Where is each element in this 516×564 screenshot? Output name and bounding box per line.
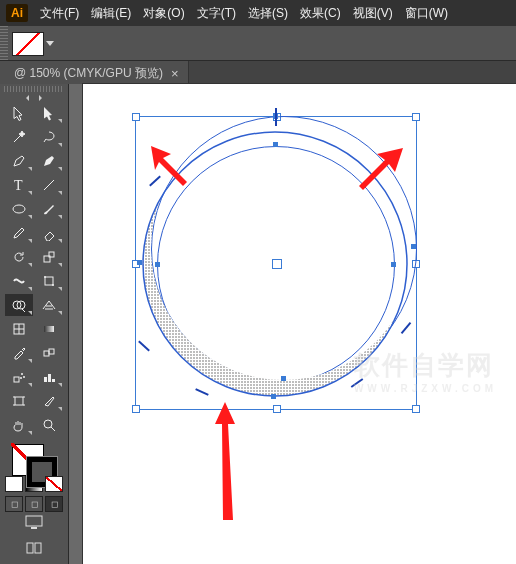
selection-tool[interactable]: [5, 102, 33, 124]
annotation-arrow-nw: [143, 138, 203, 198]
zoom-tool[interactable]: [35, 414, 63, 436]
tools-collapse-icon[interactable]: [4, 94, 64, 103]
svg-rect-25: [31, 527, 37, 529]
anchor-point[interactable]: [137, 260, 142, 265]
shape-builder-tool[interactable]: [5, 294, 33, 316]
scale-tool[interactable]: [35, 246, 63, 268]
menu-type[interactable]: 文字(T): [197, 5, 236, 22]
options-grip[interactable]: [0, 26, 8, 60]
document-tab-bar: @ 150% (CMYK/GPU 预览) ×: [0, 61, 516, 85]
ring-tick: [275, 108, 277, 126]
svg-marker-35: [151, 146, 187, 186]
svg-rect-19: [48, 374, 51, 382]
svg-rect-21: [15, 397, 23, 405]
svg-rect-26: [27, 543, 33, 553]
watermark-line2: WWW.RJZXW.COM: [354, 383, 497, 394]
svg-text:T: T: [14, 178, 23, 193]
color-mode-none[interactable]: [45, 476, 63, 492]
line-segment-tool[interactable]: [35, 174, 63, 196]
draw-behind[interactable]: ◻: [25, 496, 43, 512]
svg-rect-18: [44, 377, 47, 382]
menu-object[interactable]: 对象(O): [143, 5, 184, 22]
workspace: T: [0, 84, 516, 564]
artboard[interactable]: 软件自学网 WWW.RJZXW.COM: [83, 84, 516, 564]
edit-toolbar-icon[interactable]: [22, 538, 46, 558]
svg-rect-14: [14, 377, 19, 382]
menu-edit[interactable]: 编辑(E): [91, 5, 131, 22]
app-logo: Ai: [6, 4, 28, 22]
svg-point-17: [20, 377, 22, 379]
type-tool[interactable]: T: [5, 174, 33, 196]
fill-swatch[interactable]: [12, 32, 44, 56]
canvas-area[interactable]: 软件自学网 WWW.RJZXW.COM: [69, 84, 516, 564]
color-mode-solid[interactable]: [5, 476, 23, 492]
svg-point-6: [44, 276, 46, 278]
direct-select-tool[interactable]: [35, 102, 63, 124]
anchor-point[interactable]: [271, 394, 276, 399]
options-bar: [0, 26, 516, 61]
curvature-tool[interactable]: [35, 150, 63, 172]
close-tab-icon[interactable]: ×: [171, 67, 179, 80]
svg-rect-5: [45, 277, 53, 285]
menu-select[interactable]: 选择(S): [248, 5, 288, 22]
symbol-sprayer-tool[interactable]: [5, 366, 33, 388]
anchor-point[interactable]: [155, 262, 160, 267]
menu-bar: Ai 文件(F) 编辑(E) 对象(O) 文字(T) 选择(S) 效果(C) 视…: [0, 0, 516, 26]
document-tab[interactable]: @ 150% (CMYK/GPU 预览) ×: [0, 61, 189, 85]
eraser-tool[interactable]: [35, 222, 63, 244]
tools-panel: T: [0, 84, 69, 564]
ellipse-tool[interactable]: [5, 198, 33, 220]
svg-line-23: [51, 427, 55, 431]
eyedropper-tool[interactable]: [5, 342, 33, 364]
width-tool[interactable]: [5, 270, 33, 292]
menu-file[interactable]: 文件(F): [40, 5, 79, 22]
lasso-tool[interactable]: [35, 126, 63, 148]
anchor-point[interactable]: [273, 142, 278, 147]
anchor-point[interactable]: [391, 262, 396, 267]
gradient-tool[interactable]: [35, 318, 63, 340]
svg-marker-36: [359, 148, 403, 190]
pencil-tool[interactable]: [5, 222, 33, 244]
watermark: 软件自学网 WWW.RJZXW.COM: [354, 348, 497, 394]
free-transform-tool[interactable]: [35, 270, 63, 292]
svg-point-2: [13, 205, 25, 213]
svg-rect-20: [52, 379, 55, 382]
svg-point-15: [21, 373, 23, 375]
paintbrush-tool[interactable]: [35, 198, 63, 220]
artboard-tool[interactable]: [5, 390, 33, 412]
tools-grip[interactable]: [4, 86, 64, 92]
blend-tool[interactable]: [35, 342, 63, 364]
column-graph-tool[interactable]: [35, 366, 63, 388]
pen-tool[interactable]: [5, 150, 33, 172]
menu-window[interactable]: 窗口(W): [405, 5, 448, 22]
anchor-point[interactable]: [281, 376, 286, 381]
mesh-tool[interactable]: [5, 318, 33, 340]
svg-point-7: [52, 284, 54, 286]
svg-point-16: [23, 376, 25, 378]
menu-view[interactable]: 视图(V): [353, 5, 393, 22]
watermark-line1: 软件自学网: [354, 350, 494, 380]
hand-tool[interactable]: [5, 414, 33, 436]
svg-rect-12: [44, 351, 49, 356]
fill-swatch-dropdown-icon[interactable]: [46, 41, 54, 46]
magic-wand-tool[interactable]: [5, 126, 33, 148]
anchor-point[interactable]: [411, 244, 416, 249]
svg-marker-37: [215, 402, 235, 520]
draw-normal[interactable]: ◻: [5, 496, 23, 512]
draw-inside[interactable]: ◻: [45, 496, 63, 512]
svg-line-1: [44, 180, 54, 190]
svg-rect-13: [49, 349, 54, 354]
slice-tool[interactable]: [35, 390, 63, 412]
annotation-arrow-s: [205, 402, 245, 522]
rotate-tool[interactable]: [5, 246, 33, 268]
fill-stroke-proxy[interactable]: [10, 442, 58, 474]
svg-rect-27: [35, 543, 41, 553]
svg-rect-24: [26, 516, 42, 526]
screen-mode-icon[interactable]: [22, 512, 46, 532]
document-tab-title: @ 150% (CMYK/GPU 预览): [14, 65, 163, 82]
svg-rect-11: [44, 326, 54, 332]
svg-point-22: [44, 420, 52, 428]
annotation-arrow-ne: [351, 142, 411, 202]
menu-effect[interactable]: 效果(C): [300, 5, 341, 22]
perspective-grid-tool[interactable]: [35, 294, 63, 316]
